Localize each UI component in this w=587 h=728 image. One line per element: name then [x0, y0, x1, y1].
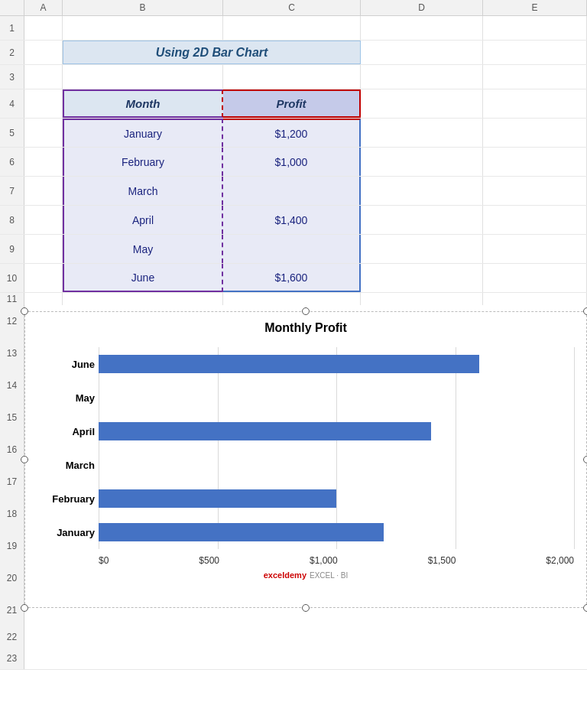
col-header-c: C: [223, 0, 361, 15]
row-num-2: 2: [0, 41, 24, 64]
row-num-3: 3: [0, 65, 24, 89]
cell-d11[interactable]: [361, 293, 483, 305]
cell-a5[interactable]: [24, 119, 63, 147]
cell-b8[interactable]: April: [63, 206, 223, 234]
row-6: 6 February $1,000: [0, 148, 587, 177]
cell-e2[interactable]: [483, 41, 587, 64]
chart-bar-row: June: [99, 347, 574, 381]
x-axis-label: $500: [199, 555, 219, 566]
cell-a7[interactable]: [24, 177, 63, 205]
cell-c7[interactable]: [223, 177, 361, 205]
chart-container: Monthly Profit JuneMayAprilMarchFebruary…: [24, 311, 587, 608]
cell-d5[interactable]: [361, 119, 483, 147]
bar-track: [99, 422, 574, 440]
corner-cell: [0, 0, 24, 15]
cell-a10[interactable]: [24, 264, 63, 292]
cell-c10[interactable]: $1,600: [223, 264, 361, 292]
cell-d4[interactable]: [361, 89, 483, 118]
chart-bar-row: April: [99, 414, 574, 448]
cell-b1[interactable]: [63, 16, 223, 40]
cell-d10[interactable]: [361, 264, 483, 292]
x-axis-label: $1,500: [428, 555, 456, 566]
cell-b7[interactable]: March: [63, 177, 223, 205]
column-headers: A B C D E: [0, 0, 587, 16]
cell-a11[interactable]: [24, 293, 63, 305]
row-7: 7 March: [0, 177, 587, 206]
row-2: 2 Using 2D Bar Chart: [0, 41, 587, 65]
row-num-1: 1: [0, 16, 24, 40]
col-header-a: A: [24, 0, 63, 15]
cell-e7[interactable]: [483, 177, 587, 205]
row-num-18: 18: [0, 498, 24, 530]
cell-a4[interactable]: [24, 89, 63, 118]
handle-tm[interactable]: [302, 307, 310, 315]
chart-title: Monthly Profit: [37, 321, 574, 335]
chart-bar-row: January: [99, 515, 574, 549]
cell-a1[interactable]: [24, 16, 63, 40]
cell-d8[interactable]: [361, 206, 483, 234]
cell-a3[interactable]: [24, 65, 63, 89]
bar-label: March: [34, 460, 95, 471]
row-1: 1: [0, 16, 587, 41]
row-num-17: 17: [0, 466, 24, 498]
cell-b9[interactable]: May: [63, 235, 223, 263]
cell-d7[interactable]: [361, 177, 483, 205]
cell-c11[interactable]: [223, 293, 361, 305]
cell-e6[interactable]: [483, 148, 587, 176]
cell-e5[interactable]: [483, 119, 587, 147]
cell-b11[interactable]: [63, 293, 223, 305]
row-10: 10 June $1,600: [0, 264, 587, 293]
cell-e1[interactable]: [483, 16, 587, 40]
spreadsheet: A B C D E 1 2 Using 2D Bar Chart 3 4 Mon…: [0, 0, 587, 670]
row-num-8: 8: [0, 206, 24, 234]
cell-c8[interactable]: $1,400: [223, 206, 361, 234]
cell-c5[interactable]: $1,200: [223, 119, 361, 147]
cell-b6[interactable]: February: [63, 148, 223, 176]
title-cell[interactable]: Using 2D Bar Chart: [63, 41, 361, 64]
row-num-10: 10: [0, 264, 24, 292]
row-num-4: 4: [0, 89, 24, 118]
row-num-9: 9: [0, 235, 24, 263]
cell-d9[interactable]: [361, 235, 483, 263]
handle-bm[interactable]: [302, 604, 310, 612]
chart-bars: JuneMayAprilMarchFebruaryJanuary: [37, 347, 574, 549]
cell-d6[interactable]: [361, 148, 483, 176]
cell-e4[interactable]: [483, 89, 587, 118]
cell-c3[interactable]: [223, 65, 361, 89]
bar-track: [99, 489, 574, 508]
row-4: 4 Month Profit: [0, 89, 587, 119]
cell-a9[interactable]: [24, 235, 63, 263]
cell-e9[interactable]: [483, 235, 587, 263]
handle-tr[interactable]: [583, 307, 587, 315]
row-num-11: 11: [0, 293, 24, 305]
cell-c4-profit[interactable]: Profit: [223, 89, 361, 118]
cell-a6[interactable]: [24, 148, 63, 176]
bar-label: April: [34, 426, 95, 437]
cell-c1[interactable]: [223, 16, 361, 40]
cell-c9[interactable]: [223, 235, 361, 263]
col-header-d: D: [361, 0, 483, 15]
cell-d1[interactable]: [361, 16, 483, 40]
row-num-5: 5: [0, 119, 24, 147]
cell-a2[interactable]: [24, 41, 63, 64]
cell-b3[interactable]: [63, 65, 223, 89]
row-5: 5 January $1,200: [0, 119, 587, 148]
cell-a8[interactable]: [24, 206, 63, 234]
cell-b10[interactable]: June: [63, 264, 223, 292]
x-axis-label: $0: [99, 555, 109, 566]
cell-b4-month[interactable]: Month: [63, 89, 223, 118]
row-num-16: 16: [0, 434, 24, 466]
cell-d3[interactable]: [361, 65, 483, 89]
cell-e3[interactable]: [483, 65, 587, 89]
cell-e8[interactable]: [483, 206, 587, 234]
bar-track: [99, 355, 574, 373]
handle-mr[interactable]: [583, 456, 587, 463]
cell-c6[interactable]: $1,000: [223, 148, 361, 176]
cell-e11[interactable]: [483, 293, 587, 305]
chart-bar-row: February: [99, 482, 574, 515]
handle-br[interactable]: [583, 604, 587, 612]
cell-b5[interactable]: January: [63, 119, 223, 147]
cell-d2[interactable]: [361, 41, 483, 64]
chart-row-numbers: 121314151617181920212223: [0, 305, 24, 669]
cell-e10[interactable]: [483, 264, 587, 292]
